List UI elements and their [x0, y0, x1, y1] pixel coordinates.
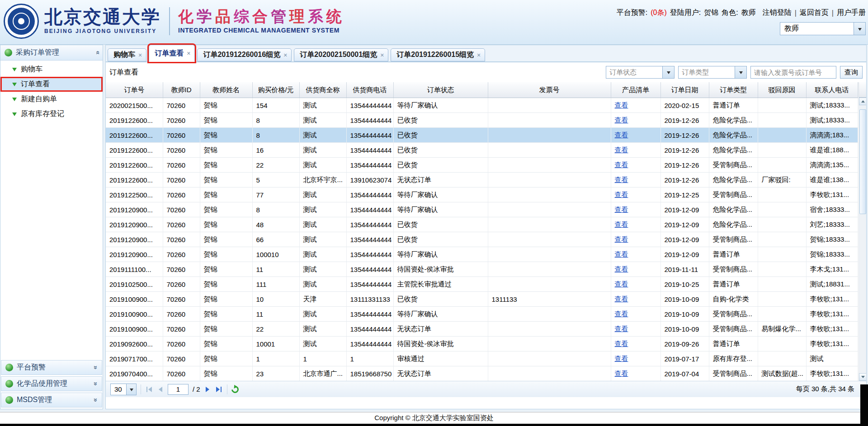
table-row[interactable]: 2019122600...70260贺锦16测试13544444444已收货查看… — [106, 143, 858, 158]
search-button[interactable]: 查询 — [840, 66, 863, 79]
column-header-order-no[interactable]: 订单号 — [106, 82, 163, 98]
chevron-down-icon[interactable] — [662, 66, 674, 78]
view-product-list-link[interactable]: 查看 — [615, 280, 628, 288]
table-row[interactable]: 2019070400...70260贺锦23北京市通广...1851966875… — [106, 366, 858, 381]
order-type-select[interactable]: 订单类型 — [678, 66, 747, 79]
column-header-order-status[interactable]: 订单状态 — [393, 82, 488, 98]
table-row[interactable]: 2019102500...70260贺锦111测试13544444444主管院长… — [106, 277, 858, 292]
role-select[interactable]: 教师 — [780, 22, 866, 35]
chevron-down-icon[interactable] — [126, 384, 136, 395]
view-product-list-link[interactable]: 查看 — [615, 101, 628, 109]
view-product-list-link[interactable]: 查看 — [615, 370, 628, 377]
column-header-teacher-id[interactable]: 教师ID — [163, 82, 200, 98]
home-link[interactable]: 返回首页 — [800, 8, 829, 18]
view-product-list-link[interactable]: 查看 — [615, 250, 628, 258]
column-header-teacher-name[interactable]: 教师姓名 — [200, 82, 252, 98]
table-row[interactable]: 2019122600...70260贺锦8测试13544444444已收货查看2… — [106, 128, 858, 143]
column-header-order-date[interactable]: 订单日期 — [660, 82, 709, 98]
vertical-scrollbar[interactable] — [859, 82, 866, 381]
view-product-list-link[interactable]: 查看 — [615, 131, 628, 139]
chevron-down-icon[interactable] — [735, 66, 746, 78]
scroll-up-button[interactable] — [859, 98, 867, 105]
prev-page-button[interactable] — [157, 387, 164, 392]
close-icon[interactable]: × — [187, 50, 190, 57]
table-row[interactable]: 2020021500...70260贺锦154测试13544444444等待厂家… — [106, 98, 858, 113]
column-header-invoice-no[interactable]: 发票号 — [488, 82, 611, 98]
table-row[interactable]: 2019122600...70260贺锦8测试13544444444已收货查看2… — [106, 113, 858, 128]
expand-icon[interactable]: » — [92, 382, 99, 385]
cell-supplier-name: 测试 — [299, 202, 346, 217]
view-product-list-link[interactable]: 查看 — [615, 161, 628, 169]
logout-link[interactable]: 注销登陆 — [763, 8, 792, 18]
table-row[interactable]: 2019100900...70260贺锦11测试13544444444等待厂家确… — [106, 307, 858, 322]
column-header-contact-phone[interactable]: 联系人电话 — [806, 82, 858, 98]
table-row[interactable]: 2019100900...70260贺锦10天津13111331133已收货13… — [106, 292, 858, 307]
sidebar-item-cart[interactable]: 购物车 — [0, 62, 103, 77]
scrollbar-track[interactable] — [859, 98, 866, 381]
cell-reject-reason — [758, 292, 806, 307]
sidebar-item-existing-inventory-register[interactable]: 原有库存登记 — [0, 107, 103, 122]
view-product-list-link[interactable]: 查看 — [615, 295, 628, 303]
view-product-list-link[interactable]: 查看 — [615, 191, 628, 198]
last-page-button[interactable] — [215, 387, 223, 392]
scrollbar-thumb[interactable] — [859, 109, 866, 214]
view-product-list-link[interactable]: 查看 — [615, 340, 628, 347]
invoice-search-input[interactable] — [750, 66, 836, 79]
column-header-order-type[interactable]: 订单类型 — [709, 82, 758, 98]
sidebar-section-platform-alert[interactable]: 平台预警» — [1, 360, 102, 375]
view-product-list-link[interactable]: 查看 — [615, 116, 628, 124]
view-product-list-link[interactable]: 查看 — [615, 355, 628, 362]
collapse-icon[interactable]: » — [93, 51, 100, 54]
tab-cart[interactable]: 购物车× — [108, 48, 146, 61]
column-header-supplier-name[interactable]: 供货商全称 — [299, 82, 346, 98]
refresh-icon[interactable] — [230, 384, 240, 394]
table-row[interactable]: 2019071700...70260贺锦111审核通过查看2019-07-17原… — [106, 351, 858, 366]
first-page-button[interactable] — [145, 387, 153, 392]
table-row[interactable]: 2019122600...70260贺锦22测试13544444444已收货查看… — [106, 158, 858, 173]
manual-link[interactable]: 用户手册 — [837, 8, 866, 18]
next-page-button[interactable] — [204, 387, 211, 392]
view-product-list-link[interactable]: 查看 — [615, 176, 628, 183]
tab-order-201912260015-detail[interactable]: 订单201912260015细览× — [391, 48, 485, 61]
current-page-input[interactable] — [168, 384, 189, 395]
close-icon[interactable]: × — [380, 51, 384, 59]
sidebar-item-order-view[interactable]: 订单查看 — [0, 77, 103, 92]
table-row[interactable]: 2019092600...70260贺锦10001测试13544444444待国… — [106, 337, 858, 351]
table-row[interactable]: 2019120900...70260贺锦48测试13544444444已收货查看… — [106, 217, 858, 232]
view-product-list-link[interactable]: 查看 — [615, 310, 628, 318]
sidebar-section-chemical-usage-management[interactable]: 化学品使用管理» — [1, 376, 102, 391]
tab-order-view[interactable]: 订单查看× — [149, 45, 195, 62]
close-icon[interactable]: × — [138, 51, 142, 59]
view-product-list-link[interactable]: 查看 — [615, 325, 628, 332]
sidebar-section-purchase-order-management[interactable]: 采购订单管理 » — [0, 45, 103, 61]
tab-order-202002150001-detail[interactable]: 订单202002150001细览× — [294, 48, 388, 61]
table-row[interactable]: 2019100900...70260贺锦22测试13544444444无状态订单… — [106, 322, 858, 337]
table-row[interactable]: 2019120900...70260贺锦66测试13544444444已收货查看… — [106, 232, 858, 247]
sidebar-section-msds-management[interactable]: MSDS管理» — [1, 393, 102, 407]
table-row[interactable]: 2019111100...70260贺锦11测试13544444444待国资处-… — [106, 262, 858, 277]
close-icon[interactable]: × — [283, 51, 287, 59]
table-row[interactable]: 2019122600...70260贺锦5北京环宇京...13910623074… — [106, 173, 858, 187]
sidebar-item-new-self-purchase[interactable]: 新建自购单 — [0, 92, 103, 107]
column-header-reject-reason[interactable]: 驳回原因 — [758, 82, 806, 98]
close-icon[interactable]: × — [477, 51, 481, 59]
expand-icon[interactable]: » — [92, 365, 99, 369]
page-size-select[interactable]: 30 — [110, 384, 137, 395]
view-product-list-link[interactable]: 查看 — [615, 235, 628, 243]
view-product-list-link[interactable]: 查看 — [615, 265, 628, 273]
table-row[interactable]: 2019120900...70260贺锦100010测试13544444444等… — [106, 247, 858, 262]
scroll-down-button[interactable] — [859, 373, 867, 381]
table-row[interactable]: 2019122500...70260贺锦77测试13544444444等待厂家确… — [106, 187, 858, 202]
order-status-select[interactable]: 订单状态 — [606, 66, 675, 79]
platform-alert-count[interactable]: (0条) — [651, 8, 667, 18]
expand-icon[interactable]: » — [92, 398, 99, 402]
chevron-down-icon[interactable] — [854, 23, 865, 35]
view-product-list-link[interactable]: 查看 — [615, 146, 628, 154]
column-header-purchase-price[interactable]: 购买价格/元 — [252, 82, 299, 98]
tab-order-201912260016-detail[interactable]: 订单201912260016细览× — [197, 48, 292, 61]
table-row[interactable]: 2019120900...70260贺锦8测试13544444444等待厂家确认… — [106, 202, 858, 217]
column-header-product-list[interactable]: 产品清单 — [611, 82, 660, 98]
view-product-list-link[interactable]: 查看 — [615, 220, 628, 228]
view-product-list-link[interactable]: 查看 — [615, 206, 628, 213]
column-header-supplier-phone[interactable]: 供货商电话 — [346, 82, 393, 98]
